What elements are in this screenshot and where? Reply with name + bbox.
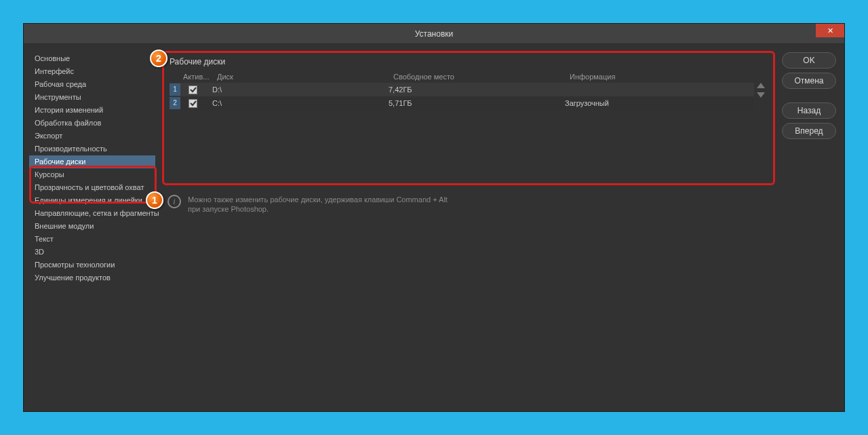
info-icon: i bbox=[167, 195, 181, 208]
disk-table-header: Актив... Диск Свободное место Информация bbox=[170, 71, 754, 83]
active-checkbox[interactable] bbox=[189, 86, 197, 94]
sidebar-item-productimprovement[interactable]: Улучшение продуктов bbox=[29, 271, 155, 284]
action-buttons: OK Отмена Назад Вперед bbox=[782, 51, 836, 404]
sidebar-item-tools[interactable]: Инструменты bbox=[29, 91, 155, 104]
disk-row[interactable]: 2 C:\ 5,71ГБ Загрузочный bbox=[170, 96, 754, 110]
col-header-active: Актив... bbox=[183, 73, 217, 81]
sidebar-item-filehandling[interactable]: Обработка файлов bbox=[29, 117, 155, 130]
window-title: Установки bbox=[415, 29, 453, 39]
move-up-button[interactable] bbox=[757, 83, 765, 88]
hint-row: i Можно также изменить рабочие диски, уд… bbox=[167, 195, 775, 214]
sidebar-item-workspace[interactable]: Рабочая среда bbox=[29, 78, 155, 91]
disk-table: Актив... Диск Свободное место Информация… bbox=[170, 71, 768, 110]
close-button[interactable]: ✕ bbox=[816, 24, 844, 37]
panel-title: Рабочие диски bbox=[170, 57, 768, 71]
sidebar-item-general[interactable]: Основные bbox=[29, 52, 155, 65]
hint-text: Можно также изменить рабочие диски, удер… bbox=[188, 195, 448, 214]
disk-free: 7,42ГБ bbox=[389, 86, 565, 94]
main-panel: 2 Рабочие диски Актив... Диск Свободное … bbox=[162, 51, 775, 404]
sidebar-item-3d[interactable]: 3D bbox=[29, 246, 155, 259]
sidebar-item-performance[interactable]: Производительность bbox=[29, 143, 155, 155]
sidebar-item-history[interactable]: История изменений bbox=[29, 104, 155, 117]
reorder-arrows bbox=[754, 71, 768, 110]
sidebar-item-interface[interactable]: Интерфейс bbox=[29, 65, 155, 78]
sidebar-item-scratchdisks[interactable]: Рабочие диски bbox=[29, 155, 155, 168]
col-header-info: Информация bbox=[570, 73, 754, 81]
titlebar: Установки ✕ bbox=[24, 24, 844, 44]
forward-button[interactable]: Вперед bbox=[782, 123, 836, 139]
preferences-dialog: Установки ✕ Основные Интерфейс Рабочая с… bbox=[23, 23, 845, 412]
sidebar-item-transparency[interactable]: Прозрачность и цветовой охват bbox=[29, 181, 155, 194]
close-icon: ✕ bbox=[827, 26, 833, 35]
sidebar-item-export[interactable]: Экспорт bbox=[29, 130, 155, 143]
disk-free: 5,71ГБ bbox=[389, 99, 565, 107]
row-number: 1 bbox=[170, 83, 180, 96]
active-checkbox[interactable] bbox=[189, 99, 197, 108]
sidebar-item-guides[interactable]: Направляющие, сетка и фрагменты bbox=[29, 207, 155, 220]
scratch-disks-panel: Рабочие диски Актив... Диск Свободное ме… bbox=[162, 51, 775, 185]
sidebar-item-units[interactable]: Единицы измерения и линейки bbox=[29, 194, 155, 207]
sidebar-item-techpreviews[interactable]: Просмотры технологии bbox=[29, 259, 155, 271]
col-header-free: Свободное место bbox=[393, 73, 570, 81]
sidebar-item-cursors[interactable]: Курсоры bbox=[29, 168, 155, 181]
disk-info: Загрузочный bbox=[565, 99, 754, 107]
sidebar-item-plugins[interactable]: Внешние модули bbox=[29, 220, 155, 233]
ok-button[interactable]: OK bbox=[782, 52, 836, 69]
disk-path: C:\ bbox=[212, 99, 389, 107]
back-button[interactable]: Назад bbox=[782, 102, 836, 119]
disk-row[interactable]: 1 D:\ 7,42ГБ bbox=[170, 83, 754, 96]
disk-path: D:\ bbox=[212, 86, 389, 94]
col-header-disk: Диск bbox=[217, 73, 393, 81]
category-sidebar: Основные Интерфейс Рабочая среда Инструм… bbox=[29, 51, 155, 404]
move-down-button[interactable] bbox=[757, 92, 765, 98]
cancel-button[interactable]: Отмена bbox=[782, 73, 836, 89]
row-number: 2 bbox=[170, 97, 180, 109]
sidebar-item-type[interactable]: Текст bbox=[29, 233, 155, 246]
